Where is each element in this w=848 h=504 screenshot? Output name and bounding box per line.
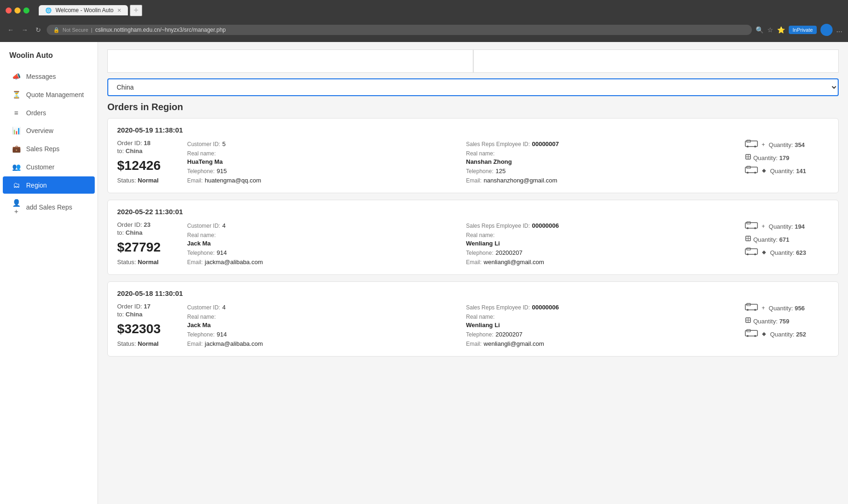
sidebar-item-customer[interactable]: 👥Customer: [3, 158, 95, 176]
order-amount-1: $27792: [117, 240, 178, 255]
order-items-1: + Quantity: 194 Quantity: 671 Quantity: …: [736, 221, 829, 260]
item-row-2-1: Quantity: 759: [745, 317, 829, 325]
order-status-1: Status: Normal: [117, 259, 178, 266]
maximize-button[interactable]: [23, 7, 29, 14]
qty-label-1-2: Quantity: 623: [770, 249, 806, 256]
item-row-1-0: + Quantity: 194: [745, 221, 829, 231]
app-container: Woolin Auto 📣Messages⏳Quote Management≡O…: [0, 42, 848, 504]
add-sales-reps-icon: 👤+: [12, 199, 21, 215]
svg-point-26: [754, 309, 756, 311]
quote-management-icon: ⏳: [12, 91, 21, 99]
order-sales-0: Sales Reps Employee ID: 00000007 Real na…: [457, 140, 736, 185]
separator: |: [91, 27, 92, 33]
orders-icon: ≡: [12, 109, 21, 117]
sidebar-item-sales-reps[interactable]: 💼Sales Reps: [3, 140, 95, 158]
qty-label-0-1: Quantity: 179: [753, 154, 789, 161]
tab-close-button[interactable]: ✕: [117, 7, 121, 14]
order-sales-1: Sales Reps Employee ID: 00000006 Real na…: [457, 221, 736, 267]
order-card-0: 2020-05-19 11:38:01 Order ID: 18 to: Chi…: [107, 118, 839, 193]
sidebar: Woolin Auto 📣Messages⏳Quote Management≡O…: [0, 42, 98, 504]
order-sales-2: Sales Reps Employee ID: 00000006 Real na…: [457, 303, 736, 349]
region-select[interactable]: ChinaUSAUKGermanyJapan: [107, 78, 839, 96]
order-customer-0: Customer ID: 5 Real name: HuaTeng Ma Tel…: [178, 140, 457, 185]
sidebar-item-overview[interactable]: 📊Overview: [3, 122, 95, 140]
sidebar-item-add-sales-reps[interactable]: 👤+add Sales Reps: [3, 194, 95, 220]
plus-icon-0-0: +: [762, 141, 765, 148]
sales-name-row-2: Real name: Wenliang Li: [466, 312, 736, 329]
item-row-2-0: + Quantity: 956: [745, 303, 829, 313]
order-to-2: to: China: [117, 311, 178, 318]
close-button[interactable]: [6, 7, 12, 14]
sidebar-item-quote-management[interactable]: ⏳Quote Management: [3, 86, 95, 104]
order-amount-2: $32303: [117, 322, 178, 336]
cust-email-row-2: Email: jackma@alibaba.com: [187, 339, 457, 348]
qty-label-1-1: Quantity: 671: [753, 236, 789, 243]
sidebar-label-region: Region: [26, 182, 47, 189]
sidebar-item-region[interactable]: 🗂Region: [3, 176, 95, 194]
active-tab[interactable]: 🌐 Welcome - Woolin Auto ✕: [39, 5, 128, 15]
customer-icon: 👥: [12, 163, 21, 171]
order-items-0: + Quantity: 354 Quantity: 179 Quantity: …: [736, 140, 829, 179]
sidebar-nav: 📣Messages⏳Quote Management≡Orders📊Overvi…: [0, 68, 98, 220]
forward-button[interactable]: →: [20, 24, 30, 35]
cust-name-row-2: Real name: Jack Ma: [187, 312, 457, 329]
sidebar-item-messages[interactable]: 📣Messages: [3, 68, 95, 85]
browser-nav: ← → ↻ 🔒 Not Secure | cslinux.nottingham.…: [0, 21, 848, 39]
sales-empid-row-2: Sales Reps Employee ID: 00000006: [466, 303, 736, 311]
cust-name-row-1: Real name: Jack Ma: [187, 231, 457, 247]
svg-rect-35: [762, 332, 766, 336]
orders-list: 2020-05-19 11:38:01 Order ID: 18 to: Chi…: [98, 118, 848, 357]
diamond-icon-1: [760, 248, 768, 257]
tab-title: Welcome - Woolin Auto: [56, 7, 113, 14]
new-tab-button[interactable]: +: [130, 5, 142, 16]
sidebar-label-customer: Customer: [26, 163, 55, 171]
profile-button[interactable]: [820, 24, 833, 36]
section-title: Orders in Region: [107, 102, 839, 112]
order-card-2: 2020-05-18 11:30:01 Order ID: 17 to: Chi…: [107, 281, 839, 357]
order-customer-1: Customer ID: 4 Real name: Jack Ma Teleph…: [178, 221, 457, 267]
svg-rect-0: [745, 141, 757, 147]
sidebar-label-add-sales-reps: add Sales Reps: [26, 203, 72, 211]
search-icon: 🔍: [756, 26, 764, 34]
bookmark-icon[interactable]: ⭐: [777, 26, 785, 34]
sales-empid-row-0: Sales Reps Employee ID: 00000007: [466, 140, 736, 148]
svg-rect-19: [745, 249, 757, 254]
order-id-0: Order ID: 18: [117, 140, 178, 147]
order-items-2: + Quantity: 956 Quantity: 759 Quantity: …: [736, 303, 829, 342]
back-button[interactable]: ←: [6, 24, 16, 35]
sales-email-row-0: Email: nanshanzhong@gmail.com: [466, 176, 736, 184]
more-button[interactable]: ...: [836, 26, 842, 34]
star-icon[interactable]: ☆: [767, 26, 773, 34]
tab-bar: 🌐 Welcome - Woolin Auto ✕ +: [39, 5, 142, 16]
svg-point-1: [747, 146, 749, 147]
order-date-1: 2020-05-22 11:30:01: [117, 208, 829, 216]
refresh-button[interactable]: ↻: [34, 24, 43, 35]
cust-email-row-1: Email: jackma@alibaba.com: [187, 258, 457, 266]
address-bar[interactable]: 🔒 Not Secure | cslinux.nottingham.edu.cn…: [47, 25, 752, 35]
product-icon-2-0: [745, 303, 758, 313]
order-date-2: 2020-05-18 11:30:01: [117, 289, 829, 297]
tab-icon: 🌐: [45, 7, 52, 14]
order-left-1: Order ID: 23 to: China $27792 Status: No…: [117, 221, 178, 266]
cust-name-row-0: Real name: HuaTeng Ma: [187, 149, 457, 166]
order-amount-0: $12426: [117, 158, 178, 173]
region-icon: 🗂: [12, 181, 21, 189]
cust-id-row-2: Customer ID: 4: [187, 303, 457, 311]
svg-point-33: [754, 335, 756, 337]
minimize-button[interactable]: [14, 7, 21, 14]
order-id-2: Order ID: 17: [117, 303, 178, 310]
qty-label-0-0: Quantity: 354: [769, 141, 805, 148]
order-body-0: Order ID: 18 to: China $12426 Status: No…: [117, 140, 829, 185]
svg-point-25: [747, 309, 749, 311]
sales-reps-icon: 💼: [12, 145, 21, 153]
order-to-0: to: China: [117, 147, 178, 154]
order-body-1: Order ID: 23 to: China $27792 Status: No…: [117, 221, 829, 267]
product-icon-0-0: [745, 140, 758, 150]
inprivate-badge: InPrivate: [789, 26, 816, 34]
order-to-1: to: China: [117, 229, 178, 236]
svg-point-2: [754, 146, 756, 147]
window-controls[interactable]: [6, 7, 29, 14]
sidebar-item-orders[interactable]: ≡Orders: [3, 104, 95, 121]
sidebar-label-messages: Messages: [26, 73, 56, 80]
order-status-2: Status: Normal: [117, 340, 178, 347]
